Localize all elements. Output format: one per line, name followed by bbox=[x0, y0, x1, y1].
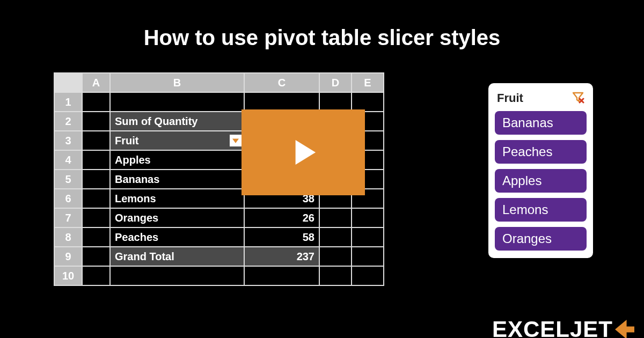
cell[interactable] bbox=[244, 92, 319, 112]
cell[interactable] bbox=[82, 227, 110, 247]
jet-arrow-icon bbox=[615, 320, 634, 338]
cell[interactable] bbox=[352, 227, 384, 247]
pivot-item-name[interactable]: Lemons bbox=[110, 189, 244, 208]
cell[interactable] bbox=[82, 247, 110, 266]
cell[interactable] bbox=[82, 170, 110, 189]
cell[interactable] bbox=[82, 208, 110, 227]
col-header[interactable]: A bbox=[82, 73, 110, 92]
col-header[interactable]: E bbox=[352, 73, 384, 92]
row-header[interactable]: 4 bbox=[54, 150, 82, 170]
slicer-panel[interactable]: Fruit Bananas Peaches Apples Lemons Oran… bbox=[488, 83, 593, 258]
svg-marker-3 bbox=[296, 140, 316, 165]
watermark-logo: EXCELJET bbox=[492, 317, 634, 338]
cell[interactable] bbox=[82, 189, 110, 208]
page-title: How to use pivot table slicer styles bbox=[0, 0, 644, 55]
play-button[interactable] bbox=[241, 109, 365, 195]
slicer-item[interactable]: Peaches bbox=[495, 140, 587, 164]
col-header[interactable]: C bbox=[244, 73, 319, 92]
svg-marker-0 bbox=[232, 138, 239, 143]
cell[interactable] bbox=[352, 92, 384, 112]
pivot-item-name[interactable]: Bananas bbox=[110, 170, 244, 189]
cell[interactable] bbox=[82, 112, 110, 131]
slicer-title: Fruit bbox=[497, 91, 523, 105]
row-header[interactable]: 7 bbox=[54, 208, 82, 227]
cell[interactable] bbox=[82, 150, 110, 170]
watermark-text: EXCELJET bbox=[492, 317, 613, 338]
row-header[interactable]: 3 bbox=[54, 131, 82, 150]
pivot-item-qty[interactable]: 26 bbox=[244, 208, 319, 227]
clear-filter-icon[interactable] bbox=[572, 91, 584, 106]
pivot-item-name[interactable]: Oranges bbox=[110, 208, 244, 227]
cell[interactable] bbox=[244, 266, 319, 285]
pivot-grand-value[interactable]: 237 bbox=[244, 247, 319, 266]
cell[interactable] bbox=[319, 208, 352, 227]
col-header[interactable]: B bbox=[110, 73, 244, 92]
col-header[interactable]: D bbox=[319, 73, 352, 92]
row-header[interactable]: 6 bbox=[54, 189, 82, 208]
row-header[interactable]: 5 bbox=[54, 170, 82, 189]
pivot-item-name[interactable]: Apples bbox=[110, 150, 244, 170]
filter-dropdown-icon[interactable] bbox=[230, 135, 241, 146]
row-header[interactable]: 2 bbox=[54, 112, 82, 131]
slicer-item[interactable]: Oranges bbox=[495, 227, 587, 251]
cell[interactable] bbox=[319, 247, 352, 266]
cell[interactable] bbox=[82, 266, 110, 285]
cell[interactable] bbox=[352, 247, 384, 266]
pivot-field-header[interactable]: Fruit bbox=[110, 131, 244, 150]
slicer-item[interactable]: Apples bbox=[495, 169, 587, 193]
grid-corner bbox=[54, 73, 82, 92]
cell[interactable] bbox=[352, 208, 384, 227]
cell[interactable] bbox=[352, 266, 384, 285]
row-header[interactable]: 1 bbox=[54, 92, 82, 112]
cell[interactable] bbox=[110, 266, 244, 285]
cell[interactable] bbox=[319, 92, 352, 112]
pivot-item-name[interactable]: Peaches bbox=[110, 227, 244, 247]
pivot-field-label: Fruit bbox=[115, 135, 138, 146]
row-header[interactable]: 10 bbox=[54, 266, 82, 285]
row-header[interactable]: 9 bbox=[54, 247, 82, 266]
cell[interactable] bbox=[82, 92, 110, 112]
pivot-item-qty[interactable]: 58 bbox=[244, 227, 319, 247]
play-icon bbox=[284, 133, 323, 172]
cell[interactable] bbox=[319, 266, 352, 285]
cell[interactable] bbox=[110, 92, 244, 112]
pivot-grand-label[interactable]: Grand Total bbox=[110, 247, 244, 266]
slicer-item[interactable]: Bananas bbox=[495, 111, 587, 135]
row-header[interactable]: 8 bbox=[54, 227, 82, 247]
cell[interactable] bbox=[319, 227, 352, 247]
cell[interactable] bbox=[82, 131, 110, 150]
slicer-item[interactable]: Lemons bbox=[495, 198, 587, 222]
slicer-header: Fruit bbox=[495, 89, 587, 111]
